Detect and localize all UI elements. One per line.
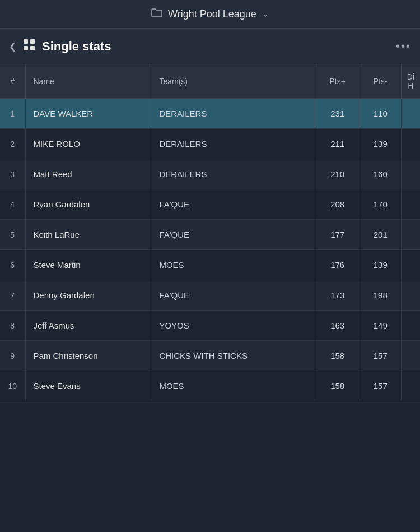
pts-minus-cell: 201 xyxy=(360,220,401,250)
more-options-icon[interactable]: ••• xyxy=(396,40,411,53)
svg-rect-3 xyxy=(30,46,35,50)
pts-minus-cell: 170 xyxy=(360,189,401,220)
name-cell: Keith LaRue xyxy=(25,220,151,250)
league-title: Wright Pool League xyxy=(168,8,256,20)
di-cell xyxy=(401,189,420,220)
name-cell: Steve Martin xyxy=(25,250,151,280)
rank-cell: 4 xyxy=(0,189,25,220)
teams-cell: FA'QUE xyxy=(151,280,315,311)
pts-plus-cell: 173 xyxy=(315,280,360,311)
rank-cell: 3 xyxy=(0,159,25,189)
grid-icon xyxy=(23,39,35,54)
pts-minus-cell: 157 xyxy=(360,341,401,371)
pts-plus-cell: 210 xyxy=(315,159,360,189)
svg-rect-1 xyxy=(30,39,35,44)
rank-cell: 6 xyxy=(0,250,25,280)
table-row: 10Steve EvansMOES158157 xyxy=(0,371,420,401)
teams-cell: DERAILERS xyxy=(151,99,315,129)
rank-cell: 7 xyxy=(0,280,25,311)
col-header-rank: # xyxy=(0,64,25,99)
pts-plus-cell: 163 xyxy=(315,311,360,341)
top-bar: Wright Pool League ⌄ xyxy=(0,0,420,29)
teams-cell: FA'QUE xyxy=(151,220,315,250)
table-row: 2MIKE ROLODERAILERS211139 xyxy=(0,129,420,159)
di-cell xyxy=(401,371,420,401)
pts-minus-cell: 160 xyxy=(360,159,401,189)
pts-minus-cell: 157 xyxy=(360,371,401,401)
pts-plus-cell: 231 xyxy=(315,99,360,129)
stats-table: # Name Team(s) Pts+ Pts- DiH 1DAVE WALKE… xyxy=(0,64,420,401)
table-row: 9Pam ChristensonCHICKS WITH STICKS158157 xyxy=(0,341,420,371)
name-cell: Denny Gardalen xyxy=(25,280,151,311)
name-cell: Jeff Asmus xyxy=(25,311,151,341)
col-header-pts-minus: Pts- xyxy=(360,64,401,99)
col-header-pts-plus: Pts+ xyxy=(315,64,360,99)
di-cell xyxy=(401,341,420,371)
col-header-di: DiH xyxy=(401,64,420,99)
pts-plus-cell: 158 xyxy=(315,371,360,401)
pts-plus-cell: 211 xyxy=(315,129,360,159)
col-header-name: Name xyxy=(25,64,151,99)
collapse-icon[interactable]: ❮ xyxy=(9,41,16,52)
rank-cell: 9 xyxy=(0,341,25,371)
pts-plus-cell: 158 xyxy=(315,341,360,371)
table-row: 6Steve MartinMOES176139 xyxy=(0,250,420,280)
pts-minus-cell: 139 xyxy=(360,250,401,280)
teams-cell: YOYOS xyxy=(151,311,315,341)
teams-cell: DERAILERS xyxy=(151,129,315,159)
teams-cell: MOES xyxy=(151,371,315,401)
di-cell xyxy=(401,159,420,189)
col-header-teams: Team(s) xyxy=(151,64,315,99)
folder-icon xyxy=(151,8,162,20)
name-cell: Pam Christenson xyxy=(25,341,151,371)
teams-cell: FA'QUE xyxy=(151,189,315,220)
rank-cell: 8 xyxy=(0,311,25,341)
table-header-row: # Name Team(s) Pts+ Pts- DiH xyxy=(0,64,420,99)
table-row: 5Keith LaRueFA'QUE177201 xyxy=(0,220,420,250)
teams-cell: MOES xyxy=(151,250,315,280)
name-cell: Steve Evans xyxy=(25,371,151,401)
di-cell xyxy=(401,250,420,280)
teams-cell: CHICKS WITH STICKS xyxy=(151,341,315,371)
section-title: Single stats xyxy=(42,39,389,54)
rank-cell: 10 xyxy=(0,371,25,401)
pts-plus-cell: 208 xyxy=(315,189,360,220)
svg-rect-2 xyxy=(24,46,28,50)
stats-table-container: # Name Team(s) Pts+ Pts- DiH 1DAVE WALKE… xyxy=(0,64,420,401)
di-cell xyxy=(401,280,420,311)
table-row: 8Jeff AsmusYOYOS163149 xyxy=(0,311,420,341)
teams-cell: DERAILERS xyxy=(151,159,315,189)
table-row: 4Ryan GardalenFA'QUE208170 xyxy=(0,189,420,220)
section-header: ❮ Single stats ••• xyxy=(0,29,420,64)
rank-cell: 5 xyxy=(0,220,25,250)
pts-minus-cell: 139 xyxy=(360,129,401,159)
chevron-down-icon[interactable]: ⌄ xyxy=(262,10,269,18)
di-cell xyxy=(401,311,420,341)
name-cell: Ryan Gardalen xyxy=(25,189,151,220)
pts-plus-cell: 176 xyxy=(315,250,360,280)
name-cell: DAVE WALKER xyxy=(25,99,151,129)
table-row: 3Matt ReedDERAILERS210160 xyxy=(0,159,420,189)
svg-rect-0 xyxy=(24,39,28,44)
di-cell xyxy=(401,129,420,159)
table-row: 7Denny GardalenFA'QUE173198 xyxy=(0,280,420,311)
di-cell xyxy=(401,220,420,250)
di-cell xyxy=(401,99,420,129)
rank-cell: 1 xyxy=(0,99,25,129)
pts-minus-cell: 198 xyxy=(360,280,401,311)
pts-plus-cell: 177 xyxy=(315,220,360,250)
pts-minus-cell: 110 xyxy=(360,99,401,129)
rank-cell: 2 xyxy=(0,129,25,159)
name-cell: Matt Reed xyxy=(25,159,151,189)
table-row: 1DAVE WALKERDERAILERS231110 xyxy=(0,99,420,129)
pts-minus-cell: 149 xyxy=(360,311,401,341)
name-cell: MIKE ROLO xyxy=(25,129,151,159)
